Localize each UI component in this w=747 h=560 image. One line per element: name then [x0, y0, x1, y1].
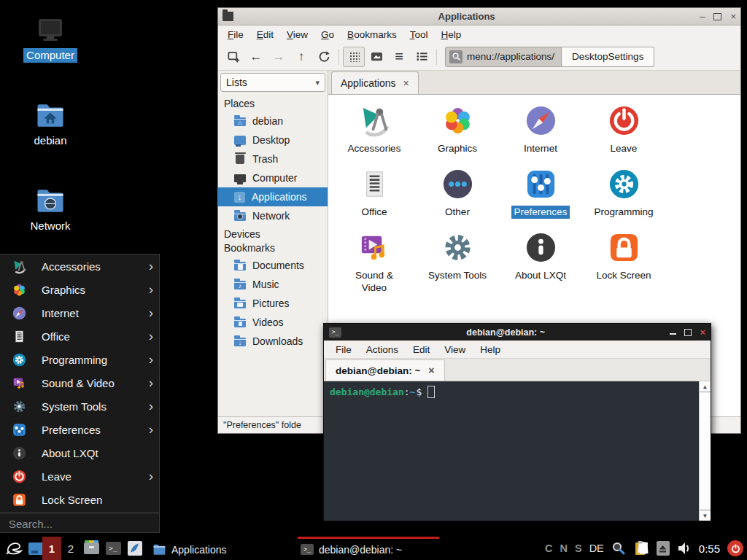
- compact-view-button[interactable]: ≡: [388, 47, 410, 67]
- grid-item-accessories[interactable]: Accessories: [333, 104, 416, 155]
- volume-icon[interactable]: [677, 541, 692, 556]
- grid-item-internet[interactable]: Internet: [499, 104, 582, 155]
- graphics-icon: [12, 282, 27, 298]
- menu-edit[interactable]: Edit: [250, 28, 280, 42]
- clipboard-icon[interactable]: [633, 540, 649, 556]
- sidebar-item-pictures[interactable]: Pictures: [218, 294, 328, 313]
- menu-actions[interactable]: Actions: [359, 343, 406, 357]
- scroll-up-icon[interactable]: ▲: [700, 381, 711, 392]
- menu-go[interactable]: Go: [314, 28, 341, 42]
- quicklaunch-file-manager[interactable]: [82, 537, 101, 560]
- sidebar-item-documents[interactable]: Documents: [218, 256, 328, 275]
- thumbnail-view-button[interactable]: [365, 47, 387, 67]
- menu-item-office[interactable]: Office ›: [0, 324, 159, 348]
- menu-view[interactable]: View: [280, 28, 314, 42]
- terminal-tab[interactable]: debian@debian: ~ ×: [325, 359, 445, 381]
- sidebar-item-computer[interactable]: Computer: [218, 168, 328, 187]
- desktop-icon-computer[interactable]: Computer: [17, 15, 84, 63]
- terminal-scrollbar[interactable]: ▲ ▼: [699, 381, 711, 521]
- menu-tool[interactable]: Tool: [403, 28, 435, 42]
- grid-item-other[interactable]: Other: [416, 167, 499, 219]
- terminal-content[interactable]: debian@debian:~$ ▲ ▼: [324, 381, 711, 521]
- clock[interactable]: 0:55: [699, 542, 720, 555]
- close-button[interactable]: ×: [700, 328, 705, 337]
- menu-help[interactable]: Help: [434, 28, 468, 42]
- menu-item-accessories[interactable]: Accessories ›: [0, 254, 159, 278]
- menu-search-input[interactable]: [7, 517, 142, 531]
- minimize-button[interactable]: [670, 330, 676, 335]
- menu-edit[interactable]: Edit: [406, 343, 437, 357]
- back-button[interactable]: ←: [245, 47, 267, 67]
- menu-item-about-lxqt[interactable]: About LXQt: [0, 441, 159, 464]
- sidebar-view-selector[interactable]: Lists ▾: [220, 73, 325, 92]
- grid-item-lock-screen[interactable]: Lock Screen: [582, 230, 665, 294]
- scroll-down-icon[interactable]: ▼: [700, 510, 711, 521]
- menu-item-preferences[interactable]: Preferences ›: [0, 418, 159, 441]
- grid-item-system-tools[interactable]: System Tools: [416, 230, 499, 294]
- detailed-view-button[interactable]: [411, 47, 433, 67]
- menu-item-programming[interactable]: Programming ›: [0, 348, 159, 371]
- grid-item-leave[interactable]: Leave: [582, 104, 665, 155]
- graphics-icon: [441, 104, 475, 138]
- sidebar-item-videos[interactable]: Videos: [218, 313, 328, 332]
- path-segment-current[interactable]: menu://applications/: [445, 47, 562, 67]
- tab-close-icon[interactable]: ×: [403, 77, 409, 89]
- menu-bookmarks[interactable]: Bookmarks: [341, 28, 403, 42]
- minimize-button[interactable]: –: [700, 12, 705, 21]
- reload-button[interactable]: [313, 47, 335, 67]
- start-menu-button[interactable]: [3, 537, 25, 560]
- removable-media-button[interactable]: [657, 541, 670, 556]
- info-icon: [524, 230, 558, 265]
- grid-item-programming[interactable]: Programming: [582, 167, 665, 219]
- screenshot-magnifier-icon[interactable]: [611, 541, 626, 556]
- desktop-icon-debian[interactable]: debian: [17, 100, 84, 148]
- menu-view[interactable]: View: [437, 343, 473, 357]
- menu-item-leave[interactable]: Leave ›: [0, 464, 159, 488]
- up-button[interactable]: ↑: [290, 47, 312, 67]
- menu-help[interactable]: Help: [473, 343, 508, 357]
- fm-titlebar[interactable]: Applications – ×: [218, 8, 740, 26]
- task-button-terminal[interactable]: >_ debian@debian: ~: [298, 537, 439, 560]
- menu-item-internet[interactable]: Internet ›: [0, 301, 159, 324]
- task-button-applications[interactable]: Applications: [150, 537, 293, 560]
- menu-item-graphics[interactable]: Graphics ›: [0, 278, 159, 301]
- grid-item-graphics[interactable]: Graphics: [416, 104, 499, 155]
- workspace-2-button[interactable]: 2: [64, 537, 77, 560]
- maximize-button[interactable]: [684, 329, 692, 336]
- sidebar-item-network[interactable]: Network: [218, 206, 328, 225]
- tab-label: Applications: [341, 77, 396, 89]
- menu-file[interactable]: File: [221, 28, 250, 42]
- workspace-1-button[interactable]: 1: [42, 537, 61, 560]
- desktop-icon-network[interactable]: Network: [17, 185, 84, 233]
- quicklaunch-terminal[interactable]: >_: [104, 537, 123, 560]
- power-button[interactable]: [727, 540, 743, 556]
- menu-item-sound-video[interactable]: Sound & Video ›: [0, 371, 159, 394]
- grid-item-sound-video[interactable]: Sound & Video: [333, 230, 416, 294]
- sidebar-item-trash[interactable]: Trash: [218, 149, 328, 168]
- leave-icon: [12, 469, 27, 484]
- sidebar-item-debian[interactable]: ⌂ debian: [218, 112, 328, 131]
- menu-item-lock-screen[interactable]: Lock Screen: [0, 488, 159, 511]
- sidebar-item-applications[interactable]: ↓ Applications: [218, 187, 328, 206]
- menu-file[interactable]: File: [328, 343, 359, 357]
- close-button[interactable]: ×: [730, 12, 736, 21]
- combo-label: Lists: [226, 77, 315, 88]
- tab-close-icon[interactable]: ×: [428, 365, 434, 376]
- grid-item-office[interactable]: Office: [333, 167, 416, 219]
- menu-item-system-tools[interactable]: System Tools ›: [0, 394, 159, 418]
- grid-item-preferences[interactable]: Preferences: [499, 167, 582, 219]
- forward-button[interactable]: →: [268, 47, 290, 67]
- icon-view-button[interactable]: [343, 47, 365, 67]
- grid-item-about-lxqt[interactable]: About LXQt: [499, 230, 582, 294]
- sidebar-item-desktop[interactable]: Desktop: [218, 131, 328, 149]
- new-tab-button[interactable]: [222, 47, 244, 67]
- path-segment-desktopsettings[interactable]: DesktopSettings: [562, 47, 654, 67]
- sidebar-item-downloads[interactable]: ↓ Downloads: [218, 332, 328, 351]
- maximize-button[interactable]: [713, 13, 721, 20]
- tab-applications[interactable]: Applications ×: [331, 71, 419, 94]
- quicklaunch-featherpad[interactable]: [125, 537, 144, 560]
- terminal-titlebar[interactable]: >_ debian@debian: ~ ×: [324, 324, 711, 341]
- sidebar-item-music[interactable]: ♪ Music: [218, 275, 328, 294]
- keyboard-layout-indicator[interactable]: DE: [589, 542, 604, 554]
- info-icon: [12, 446, 27, 461]
